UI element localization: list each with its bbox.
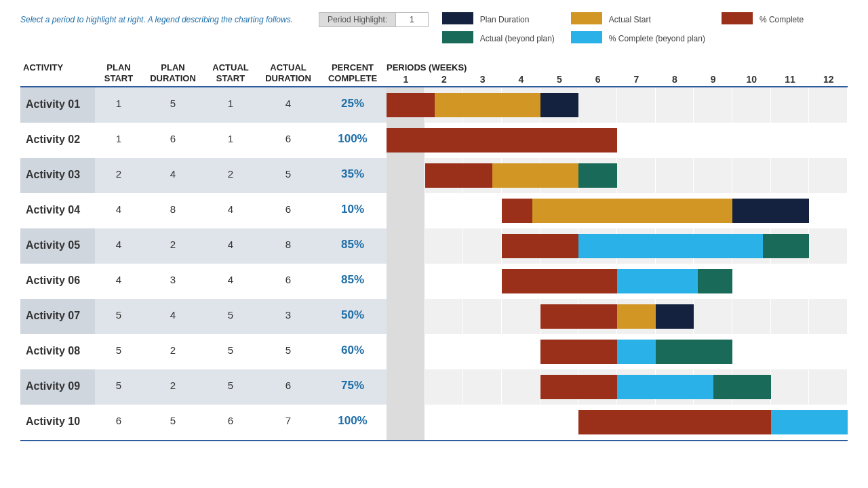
period-cell[interactable]: [387, 299, 425, 334]
plan-duration-cell: 3: [142, 264, 203, 299]
legend-plan-duration: Plan Duration: [480, 15, 564, 24]
period-cell[interactable]: [502, 334, 540, 369]
period-cell[interactable]: [502, 299, 540, 334]
bar-percent-complete-beyond: [617, 340, 656, 364]
period-cell[interactable]: [463, 405, 502, 440]
period-header-8[interactable]: 8: [656, 74, 694, 86]
period-cell[interactable]: [387, 228, 425, 264]
period-cell[interactable]: [387, 334, 425, 369]
period-cell[interactable]: [425, 299, 464, 334]
actual-duration-cell: 8: [258, 228, 319, 264]
period-cell[interactable]: [771, 87, 810, 123]
period-cell[interactable]: [387, 369, 425, 405]
period-header-1[interactable]: 1: [387, 74, 425, 86]
plan-start-cell: 6: [95, 405, 142, 440]
period-cell[interactable]: [425, 369, 464, 405]
period-cell[interactable]: [463, 299, 502, 334]
period-cell[interactable]: [732, 87, 771, 123]
period-header-10[interactable]: 10: [732, 74, 771, 86]
period-cell[interactable]: [617, 158, 656, 193]
period-cell[interactable]: [809, 123, 848, 158]
period-header-3[interactable]: 3: [463, 74, 502, 86]
period-header-7[interactable]: 7: [617, 74, 656, 86]
plan-duration-cell: 6: [142, 123, 203, 158]
period-cell[interactable]: [463, 193, 502, 228]
period-cell[interactable]: [809, 87, 848, 123]
period-header-12[interactable]: 12: [809, 74, 848, 86]
period-cell[interactable]: [387, 158, 425, 193]
period-cell[interactable]: [425, 264, 464, 299]
period-cell[interactable]: [656, 87, 694, 123]
period-cell[interactable]: [809, 158, 848, 193]
period-header-5[interactable]: 5: [540, 74, 579, 86]
period-cell[interactable]: [809, 228, 848, 264]
bar-percent-complete: [578, 410, 770, 434]
actual-duration-cell: 6: [258, 264, 319, 299]
gantt-cell: [387, 193, 848, 228]
period-cell[interactable]: [809, 334, 848, 369]
plan-duration-cell: 2: [142, 369, 203, 405]
period-cell[interactable]: [425, 334, 464, 369]
plan-duration-cell: 5: [142, 87, 203, 123]
period-cell[interactable]: [617, 87, 656, 123]
activity-row: Activity 09525675%: [20, 369, 848, 405]
period-cell[interactable]: [656, 158, 694, 193]
period-header-11[interactable]: 11: [771, 74, 810, 86]
period-header-2[interactable]: 2: [425, 74, 464, 86]
period-cell[interactable]: [809, 264, 848, 299]
period-cell[interactable]: [656, 123, 694, 158]
period-header-9[interactable]: 9: [694, 74, 732, 86]
activity-name: Activity 06: [20, 264, 95, 299]
period-cell[interactable]: [425, 405, 464, 440]
period-cell[interactable]: [771, 158, 810, 193]
period-cell[interactable]: [771, 264, 810, 299]
col-header-plan-start: PLANSTART: [95, 62, 142, 86]
period-cell[interactable]: [463, 369, 502, 405]
bar-percent-complete: [502, 234, 578, 258]
percent-complete-cell: 35%: [319, 158, 387, 193]
period-cell[interactable]: [809, 369, 848, 405]
period-highlight-value[interactable]: 1: [395, 13, 428, 26]
period-cell[interactable]: [694, 87, 732, 123]
period-cell[interactable]: [463, 264, 502, 299]
period-cell[interactable]: [425, 228, 464, 264]
period-cell[interactable]: [732, 264, 771, 299]
period-cell[interactable]: [463, 334, 502, 369]
instruction-text: Select a period to highlight at right. A…: [20, 12, 305, 24]
bar-percent-complete: [540, 340, 617, 364]
period-cell[interactable]: [694, 299, 732, 334]
period-cell[interactable]: [732, 299, 771, 334]
period-cell[interactable]: [771, 334, 810, 369]
period-cell[interactable]: [387, 405, 425, 440]
period-header-6[interactable]: 6: [578, 74, 617, 86]
col-header-percent-complete: PERCENTCOMPLETE: [319, 62, 387, 86]
period-cell[interactable]: [732, 158, 771, 193]
period-cell[interactable]: [502, 405, 540, 440]
period-cell[interactable]: [387, 264, 425, 299]
period-cell[interactable]: [617, 123, 656, 158]
period-cell[interactable]: [694, 123, 732, 158]
bar-percent-complete: [387, 128, 617, 152]
period-cell[interactable]: [425, 193, 464, 228]
period-cell[interactable]: [502, 369, 540, 405]
period-cell[interactable]: [771, 369, 810, 405]
period-cell[interactable]: [540, 405, 579, 440]
period-cell[interactable]: [809, 193, 848, 228]
period-cell[interactable]: [771, 299, 810, 334]
period-cell[interactable]: [771, 123, 810, 158]
period-cell[interactable]: [694, 158, 732, 193]
actual-start-cell: 5: [203, 299, 258, 334]
period-header-4[interactable]: 4: [502, 74, 540, 86]
gantt-cell: [387, 405, 848, 440]
period-cell[interactable]: [732, 123, 771, 158]
period-cell[interactable]: [578, 87, 617, 123]
period-cell[interactable]: [732, 334, 771, 369]
period-cell[interactable]: [463, 228, 502, 264]
percent-complete-cell: 85%: [319, 264, 387, 299]
period-cell[interactable]: [809, 299, 848, 334]
period-highlight-control[interactable]: Period Highlight: 1: [319, 12, 429, 27]
bar-percent-complete: [540, 375, 617, 399]
bar-percent-complete: [502, 199, 532, 223]
actual-duration-cell: 6: [258, 193, 319, 228]
period-cell[interactable]: [387, 193, 425, 228]
